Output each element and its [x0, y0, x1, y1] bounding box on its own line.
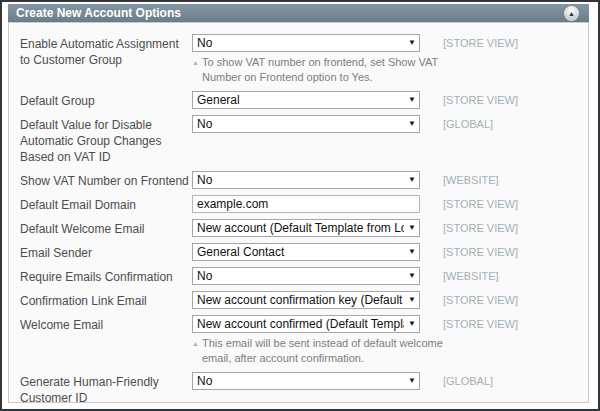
- field-label: Email Sender: [20, 243, 192, 261]
- show-vat-number-select[interactable]: No ▼: [192, 171, 420, 189]
- form-row-show-vat-number: Show VAT Number on Frontend No ▼ [WEBSIT…: [20, 171, 578, 189]
- form-row-disable-auto-group-changes: Default Value for Disable Automatic Grou…: [20, 115, 578, 165]
- note-marker-icon: ▲: [192, 55, 202, 70]
- field-label: Default Welcome Email: [20, 219, 192, 237]
- select-value: No: [197, 173, 404, 187]
- scope-label: [GLOBAL]: [443, 372, 493, 387]
- field-label: Default Group: [20, 91, 192, 109]
- welcome-email-select[interactable]: New account confirmed (Default Template …: [192, 315, 420, 333]
- require-emails-confirmation-select[interactable]: No ▼: [192, 267, 420, 285]
- section-fieldset: Enable Automatic Assignment to Customer …: [8, 22, 589, 403]
- form-row-confirmation-link-email: Confirmation Link Email New account conf…: [20, 291, 578, 309]
- dropdown-arrow-icon: ▼: [408, 248, 416, 256]
- create-new-account-options-panel: Create New Account Options ▲ Enable Auto…: [8, 4, 589, 403]
- note-text: To show VAT number on frontend, set Show…: [202, 56, 438, 83]
- dropdown-arrow-icon: ▼: [408, 224, 416, 232]
- section-title: Create New Account Options: [16, 6, 181, 20]
- scope-label: [STORE VIEW]: [443, 243, 518, 258]
- select-value: No: [197, 374, 404, 388]
- dropdown-arrow-icon: ▼: [408, 320, 416, 328]
- default-welcome-email-select[interactable]: New account (Default Template from Local…: [192, 219, 420, 237]
- default-group-select[interactable]: General ▼: [192, 91, 420, 109]
- form-row-email-sender: Email Sender General Contact ▼ [STORE VI…: [20, 243, 578, 261]
- form-row-welcome-email: Welcome Email New account confirmed (Def…: [20, 315, 578, 366]
- form-row-enable-automatic-assignment: Enable Automatic Assignment to Customer …: [20, 34, 578, 85]
- select-value: New account confirmation key (Default Te…: [197, 293, 404, 307]
- select-value: No: [197, 269, 404, 283]
- dropdown-arrow-icon: ▼: [408, 377, 416, 385]
- dropdown-arrow-icon: ▼: [408, 39, 416, 47]
- field-label: Default Value for Disable Automatic Grou…: [20, 115, 192, 165]
- scope-label: [STORE VIEW]: [443, 34, 518, 49]
- field-label: Enable Automatic Assignment to Customer …: [20, 34, 192, 68]
- field-label: Require Emails Confirmation: [20, 267, 192, 285]
- form-row-generate-human-friendly-id: Generate Human-Friendly Customer ID No ▼…: [20, 372, 578, 403]
- confirmation-link-email-select[interactable]: New account confirmation key (Default Te…: [192, 291, 420, 309]
- note-marker-icon: ▲: [192, 336, 202, 351]
- form-row-require-emails-confirmation: Require Emails Confirmation No ▼ [WEBSIT…: [20, 267, 578, 285]
- scope-label: [STORE VIEW]: [443, 291, 518, 306]
- screenshot-frame: Create New Account Options ▲ Enable Auto…: [0, 0, 600, 411]
- field-note: ▲This email will be sent instead of defa…: [192, 336, 460, 366]
- dropdown-arrow-icon: ▼: [408, 296, 416, 304]
- select-value: New account (Default Template from Local…: [197, 221, 404, 235]
- collapse-button[interactable]: ▲: [564, 6, 579, 21]
- scope-label: [GLOBAL]: [443, 115, 493, 130]
- dropdown-arrow-icon: ▼: [408, 120, 416, 128]
- scope-label: [STORE VIEW]: [443, 219, 518, 234]
- field-label: Welcome Email: [20, 315, 192, 333]
- dropdown-arrow-icon: ▼: [408, 272, 416, 280]
- field-label: Generate Human-Friendly Customer ID: [20, 372, 192, 403]
- field-label: Confirmation Link Email: [20, 291, 192, 309]
- default-email-domain-input[interactable]: [192, 195, 420, 213]
- scope-label: [WEBSITE]: [443, 267, 499, 282]
- form-row-default-welcome-email: Default Welcome Email New account (Defau…: [20, 219, 578, 237]
- generate-human-friendly-id-select[interactable]: No ▼: [192, 372, 420, 390]
- disable-auto-group-changes-select[interactable]: No ▼: [192, 115, 420, 133]
- dropdown-arrow-icon: ▼: [408, 176, 416, 184]
- field-note: ▲To show VAT number on frontend, set Sho…: [192, 55, 460, 85]
- dropdown-arrow-icon: ▼: [408, 96, 416, 104]
- select-value: New account confirmed (Default Template …: [197, 317, 404, 331]
- select-value: General: [197, 93, 404, 107]
- email-sender-select[interactable]: General Contact ▼: [192, 243, 420, 261]
- select-value: General Contact: [197, 245, 404, 259]
- form-row-default-email-domain: Default Email Domain [STORE VIEW]: [20, 195, 578, 213]
- form-row-default-group: Default Group General ▼ [STORE VIEW]: [20, 91, 578, 109]
- scope-label: [WEBSITE]: [443, 171, 499, 186]
- select-value: No: [197, 36, 404, 50]
- select-value: No: [197, 117, 404, 131]
- collapse-arrow-icon: ▲: [568, 9, 575, 16]
- scope-label: [STORE VIEW]: [443, 195, 518, 210]
- field-label: Default Email Domain: [20, 195, 192, 213]
- scope-label: [STORE VIEW]: [443, 315, 518, 330]
- scope-label: [STORE VIEW]: [443, 91, 518, 106]
- note-text: This email will be sent instead of defau…: [202, 337, 443, 364]
- section-header[interactable]: Create New Account Options ▲: [8, 4, 589, 22]
- enable-automatic-assignment-select[interactable]: No ▼: [192, 34, 420, 52]
- field-label: Show VAT Number on Frontend: [20, 171, 192, 189]
